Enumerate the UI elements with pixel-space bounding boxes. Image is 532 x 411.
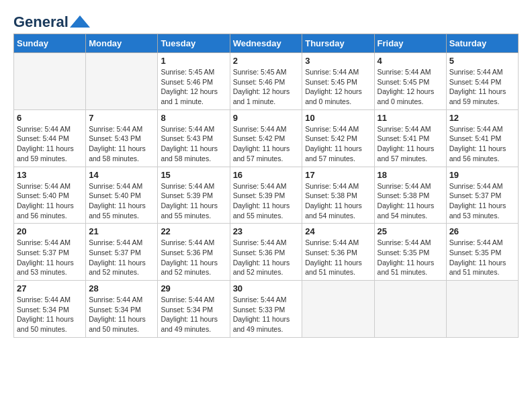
calendar-cell: 14Sunrise: 5:44 AMSunset: 5:40 PMDayligh… [86, 167, 158, 224]
day-info: Sunrise: 5:45 AMSunset: 5:46 PMDaylight:… [161, 67, 226, 107]
day-number: 9 [233, 113, 300, 123]
calendar-cell: 30Sunrise: 5:44 AMSunset: 5:33 PMDayligh… [230, 281, 302, 338]
calendar-cell: 1Sunrise: 5:45 AMSunset: 5:46 PMDaylight… [158, 53, 230, 110]
logo: General [13, 13, 90, 27]
day-info: Sunrise: 5:44 AMSunset: 5:41 PMDaylight:… [378, 124, 443, 164]
calendar-cell: 23Sunrise: 5:44 AMSunset: 5:36 PMDayligh… [230, 224, 302, 281]
day-number: 28 [89, 283, 154, 293]
day-info: Sunrise: 5:44 AMSunset: 5:36 PMDaylight:… [233, 238, 300, 277]
calendar-cell: 20Sunrise: 5:44 AMSunset: 5:37 PMDayligh… [14, 224, 86, 281]
calendar-cell: 7Sunrise: 5:44 AMSunset: 5:43 PMDaylight… [86, 109, 158, 167]
calendar-cell: 9Sunrise: 5:44 AMSunset: 5:42 PMDaylight… [230, 109, 302, 167]
calendar-week-3: 13Sunrise: 5:44 AMSunset: 5:40 PMDayligh… [14, 167, 519, 224]
day-info: Sunrise: 5:44 AMSunset: 5:39 PMDaylight:… [233, 181, 300, 221]
day-number: 17 [305, 170, 371, 180]
day-number: 10 [305, 113, 371, 123]
day-info: Sunrise: 5:44 AMSunset: 5:41 PMDaylight:… [449, 124, 515, 164]
day-info: Sunrise: 5:44 AMSunset: 5:37 PMDaylight:… [449, 181, 515, 221]
day-info: Sunrise: 5:44 AMSunset: 5:36 PMDaylight:… [305, 238, 371, 277]
day-info: Sunrise: 5:44 AMSunset: 5:38 PMDaylight:… [305, 181, 371, 221]
calendar-cell: 6Sunrise: 5:44 AMSunset: 5:44 PMDaylight… [14, 109, 86, 167]
calendar-week-2: 6Sunrise: 5:44 AMSunset: 5:44 PMDaylight… [14, 109, 519, 167]
calendar-cell: 18Sunrise: 5:44 AMSunset: 5:38 PMDayligh… [374, 167, 446, 224]
day-number: 23 [233, 226, 300, 236]
day-number: 13 [17, 170, 83, 180]
calendar-table: SundayMondayTuesdayWednesdayThursdayFrid… [13, 34, 519, 338]
col-header-monday: Monday [86, 34, 158, 53]
calendar-cell [86, 53, 158, 110]
page-header: General [13, 13, 519, 27]
calendar-cell [446, 281, 518, 338]
day-number: 29 [161, 283, 226, 293]
day-number: 5 [449, 56, 515, 66]
day-info: Sunrise: 5:44 AMSunset: 5:37 PMDaylight:… [17, 238, 83, 277]
calendar-cell: 25Sunrise: 5:44 AMSunset: 5:35 PMDayligh… [374, 224, 446, 281]
calendar-week-5: 27Sunrise: 5:44 AMSunset: 5:34 PMDayligh… [14, 281, 519, 338]
day-info: Sunrise: 5:45 AMSunset: 5:46 PMDaylight:… [233, 67, 300, 107]
calendar-cell: 26Sunrise: 5:44 AMSunset: 5:35 PMDayligh… [446, 224, 518, 281]
day-info: Sunrise: 5:44 AMSunset: 5:40 PMDaylight:… [89, 181, 154, 221]
day-number: 12 [449, 113, 515, 123]
day-info: Sunrise: 5:44 AMSunset: 5:44 PMDaylight:… [449, 67, 515, 107]
day-info: Sunrise: 5:44 AMSunset: 5:33 PMDaylight:… [233, 295, 300, 334]
day-info: Sunrise: 5:44 AMSunset: 5:34 PMDaylight:… [161, 295, 226, 334]
day-number: 20 [17, 226, 83, 236]
calendar-cell: 4Sunrise: 5:44 AMSunset: 5:45 PMDaylight… [374, 53, 446, 110]
col-header-wednesday: Wednesday [230, 34, 302, 53]
day-number: 15 [161, 170, 226, 180]
day-info: Sunrise: 5:44 AMSunset: 5:40 PMDaylight:… [17, 181, 83, 221]
calendar-header-row: SundayMondayTuesdayWednesdayThursdayFrid… [14, 34, 519, 53]
logo-general: General [13, 13, 69, 31]
calendar-cell: 17Sunrise: 5:44 AMSunset: 5:38 PMDayligh… [302, 167, 374, 224]
day-number: 27 [17, 283, 83, 293]
day-number: 30 [233, 283, 300, 293]
day-number: 26 [449, 226, 515, 236]
logo-icon [70, 15, 90, 29]
day-number: 1 [161, 56, 226, 66]
day-number: 21 [89, 226, 154, 236]
calendar-cell: 27Sunrise: 5:44 AMSunset: 5:34 PMDayligh… [14, 281, 86, 338]
day-info: Sunrise: 5:44 AMSunset: 5:38 PMDaylight:… [378, 181, 443, 221]
calendar-cell: 5Sunrise: 5:44 AMSunset: 5:44 PMDaylight… [446, 53, 518, 110]
day-info: Sunrise: 5:44 AMSunset: 5:44 PMDaylight:… [17, 124, 83, 164]
day-info: Sunrise: 5:44 AMSunset: 5:43 PMDaylight:… [161, 124, 226, 164]
day-number: 19 [449, 170, 515, 180]
calendar-week-1: 1Sunrise: 5:45 AMSunset: 5:46 PMDaylight… [14, 53, 519, 110]
calendar-cell: 28Sunrise: 5:44 AMSunset: 5:34 PMDayligh… [86, 281, 158, 338]
day-info: Sunrise: 5:44 AMSunset: 5:45 PMDaylight:… [378, 67, 443, 107]
day-number: 6 [17, 113, 83, 123]
col-header-saturday: Saturday [446, 34, 518, 53]
day-number: 18 [378, 170, 443, 180]
calendar-cell: 22Sunrise: 5:44 AMSunset: 5:36 PMDayligh… [158, 224, 230, 281]
calendar-cell: 3Sunrise: 5:44 AMSunset: 5:45 PMDaylight… [302, 53, 374, 110]
day-number: 2 [233, 56, 300, 66]
calendar-cell: 2Sunrise: 5:45 AMSunset: 5:46 PMDaylight… [230, 53, 302, 110]
calendar-cell: 13Sunrise: 5:44 AMSunset: 5:40 PMDayligh… [14, 167, 86, 224]
svg-marker-0 [70, 15, 90, 28]
calendar-cell: 29Sunrise: 5:44 AMSunset: 5:34 PMDayligh… [158, 281, 230, 338]
calendar-cell: 19Sunrise: 5:44 AMSunset: 5:37 PMDayligh… [446, 167, 518, 224]
day-info: Sunrise: 5:44 AMSunset: 5:45 PMDaylight:… [305, 67, 371, 107]
calendar-cell [374, 281, 446, 338]
calendar-cell: 12Sunrise: 5:44 AMSunset: 5:41 PMDayligh… [446, 109, 518, 167]
calendar-cell: 15Sunrise: 5:44 AMSunset: 5:39 PMDayligh… [158, 167, 230, 224]
day-number: 4 [378, 56, 443, 66]
calendar-week-4: 20Sunrise: 5:44 AMSunset: 5:37 PMDayligh… [14, 224, 519, 281]
calendar-cell: 8Sunrise: 5:44 AMSunset: 5:43 PMDaylight… [158, 109, 230, 167]
day-info: Sunrise: 5:44 AMSunset: 5:39 PMDaylight:… [161, 181, 226, 221]
col-header-friday: Friday [374, 34, 446, 53]
day-number: 24 [305, 226, 371, 236]
day-info: Sunrise: 5:44 AMSunset: 5:35 PMDaylight:… [378, 238, 443, 277]
day-info: Sunrise: 5:44 AMSunset: 5:34 PMDaylight:… [17, 295, 83, 334]
day-number: 25 [378, 226, 443, 236]
calendar-cell: 21Sunrise: 5:44 AMSunset: 5:37 PMDayligh… [86, 224, 158, 281]
day-info: Sunrise: 5:44 AMSunset: 5:36 PMDaylight:… [161, 238, 226, 277]
day-number: 3 [305, 56, 371, 66]
day-info: Sunrise: 5:44 AMSunset: 5:42 PMDaylight:… [305, 124, 371, 164]
calendar-cell: 11Sunrise: 5:44 AMSunset: 5:41 PMDayligh… [374, 109, 446, 167]
day-info: Sunrise: 5:44 AMSunset: 5:42 PMDaylight:… [233, 124, 300, 164]
calendar-cell: 10Sunrise: 5:44 AMSunset: 5:42 PMDayligh… [302, 109, 374, 167]
day-number: 8 [161, 113, 226, 123]
day-number: 11 [378, 113, 443, 123]
logo-text: General [13, 13, 90, 31]
